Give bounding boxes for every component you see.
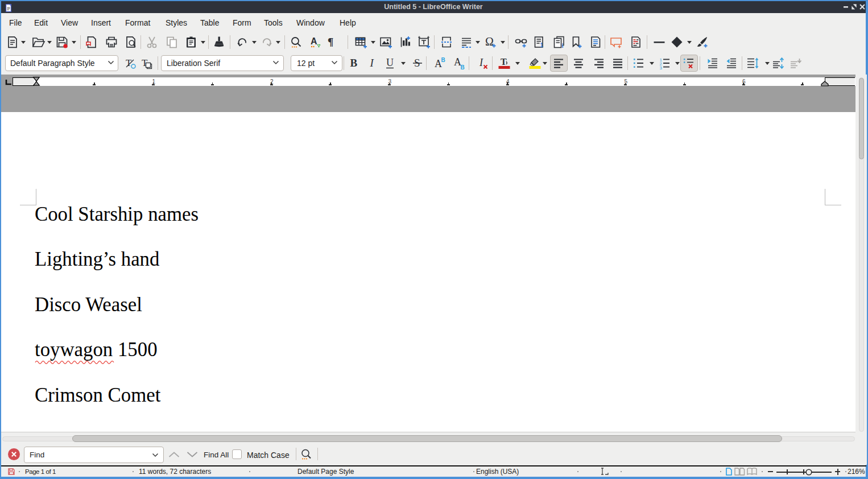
svg-text:I: I: [479, 57, 483, 68]
svg-text:T: T: [501, 57, 507, 67]
svg-text:3: 3: [660, 65, 663, 71]
svg-text:B: B: [441, 57, 445, 63]
svg-text:i: i: [562, 42, 564, 49]
svg-text:1: 1: [540, 42, 544, 48]
svg-text:¶: ¶: [328, 36, 333, 48]
svg-text:I: I: [370, 57, 375, 69]
svg-text:B: B: [461, 64, 465, 71]
svg-text:U: U: [386, 57, 394, 68]
svg-text:A: A: [311, 36, 317, 46]
svg-text:B: B: [350, 57, 358, 69]
